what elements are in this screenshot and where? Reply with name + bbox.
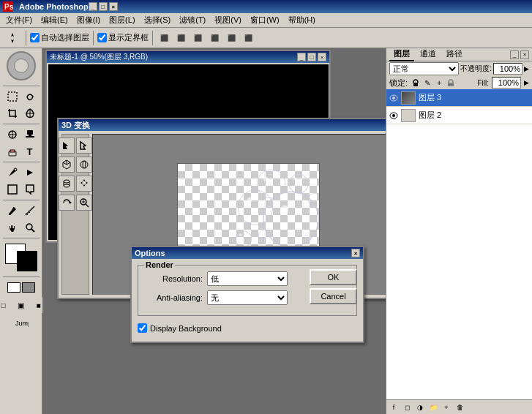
layer-fx-btn[interactable]: f [388,402,400,413]
tab-paths[interactable]: 路径 [442,48,467,61]
align-btn-6[interactable]: ⬛ [241,30,256,46]
svg-point-32 [64,184,70,187]
marquee-tool[interactable] [4,89,20,105]
quick-select-wheel[interactable] [7,51,36,80]
lasso-tool[interactable] [22,89,38,105]
menu-help[interactable]: 帮助(H) [284,13,320,27]
menu-view[interactable]: 视图(V) [210,13,246,27]
jump-to-imageready-btn[interactable]: Jump [4,315,38,331]
align-btn-4[interactable]: ⬛ [207,30,222,46]
3d-pan-tool[interactable] [76,176,92,192]
lock-all-btn[interactable] [446,78,456,88]
menu-select[interactable]: 选择(S) [140,13,176,27]
show-bounds-checkbox[interactable] [97,33,107,42]
svg-point-57 [392,114,395,117]
display-bg-checkbox[interactable] [138,323,147,333]
tool-sep-1 [3,86,40,86]
menu-filter[interactable]: 滤镜(T) [175,13,210,27]
path-select-tool[interactable] [22,165,38,181]
layer-group-btn[interactable]: 📁 [427,402,439,413]
layer-mask-btn[interactable]: ◻ [401,402,413,413]
doc-close-btn[interactable]: × [318,53,326,61]
options-title-bar: Options × [132,247,363,259]
patch-tool[interactable] [22,105,38,121]
lock-transparent-btn[interactable] [411,78,421,88]
options-close-btn[interactable]: × [351,249,360,257]
move-tool-option[interactable] [3,30,22,46]
layer-delete-btn[interactable]: 🗑 [454,402,465,413]
panel-close-btn[interactable]: × [520,50,529,59]
3d-direct-select-tool[interactable] [76,138,92,154]
minimize-button[interactable]: _ [89,2,97,11]
notes-tool[interactable] [22,181,38,197]
layer-adjustment-btn[interactable]: ◑ [414,402,426,413]
quick-mask-btn[interactable] [4,279,38,296]
opacity-input[interactable] [493,63,522,75]
blend-mode-select[interactable]: 正常 [389,62,459,75]
hand-tool[interactable] [4,219,20,236]
eyedropper-tool[interactable] [4,203,20,219]
fill-input[interactable] [492,77,521,89]
maximize-button[interactable]: □ [99,2,108,11]
3d-cube-tool[interactable] [59,157,75,173]
antialiasing-select[interactable]: 无 低 高 [207,290,288,305]
healing-brush-tool[interactable] [4,127,20,143]
resolution-select[interactable]: 低 中 高 [207,271,288,286]
3d-sphere-tool[interactable] [76,157,92,173]
zoom-tool[interactable] [22,219,38,236]
menu-edit[interactable]: 编辑(E) [37,13,72,27]
color-swatch[interactable] [5,244,37,271]
crop-tool[interactable] [4,105,20,121]
doc-minimize-btn[interactable]: _ [297,53,306,61]
svg-point-29 [64,180,70,183]
menu-layer[interactable]: 图层(L) [105,13,139,27]
text-tools: T [4,143,38,159]
doc-maximize-btn[interactable]: □ [307,53,316,61]
opacity-arrow[interactable]: ▶ [524,65,529,72]
fill-arrow[interactable]: ▶ [524,79,529,86]
panel-minimize-btn[interactable]: _ [510,50,519,59]
3d-cylinder-tool[interactable] [59,176,75,192]
tab-channels[interactable]: 通道 [416,48,441,61]
render-group-title: Render [144,260,175,269]
3d-rotate-tool[interactable] [59,195,75,211]
pen-tool[interactable] [4,165,20,181]
auto-select-checkbox[interactable] [30,33,40,42]
3d-select-tool[interactable] [59,138,75,154]
menu-file[interactable]: 文件(F) [1,13,37,27]
screen-mode-btn1[interactable]: □ [0,297,12,313]
auto-select-label[interactable]: 自动选择图层 [30,32,89,43]
layer-item-3[interactable]: 图层 3 [386,89,532,107]
stamp-tool[interactable] [22,127,38,143]
menu-window[interactable]: 窗口(W) [246,13,284,27]
background-color[interactable] [17,251,37,271]
options-ok-button[interactable]: OK [310,269,357,285]
close-button[interactable]: × [109,2,118,11]
tool-sep-6 [3,276,40,277]
app-icon: Ps [3,1,13,12]
options-cancel-button[interactable]: Cancel [310,288,357,304]
layer-new-btn[interactable]: + [441,402,452,413]
text-tool[interactable]: T [22,143,38,159]
eraser-tool[interactable] [4,143,20,159]
layer-visibility-icon-2[interactable] [389,111,398,120]
show-bounds-label[interactable]: 显示定界框 [97,32,149,43]
layer-item-2[interactable]: 图层 2 [386,107,532,124]
shape-tool[interactable] [4,181,20,197]
options-render-section: Render Resolution: 低 中 高 Anti-aliasing: [138,265,357,316]
view-tools-1 [4,203,38,219]
layer-visibility-icon-3[interactable] [389,94,398,102]
align-btn-1[interactable]: ⬛ [157,30,172,46]
measure-tool[interactable] [22,203,38,219]
menu-image[interactable]: 图像(I) [72,13,105,27]
align-btn-5[interactable]: ⬛ [224,30,239,46]
screen-mode-btn2[interactable]: ▣ [13,297,29,313]
align-btn-2[interactable]: ⬛ [173,30,189,46]
lock-pixels-btn[interactable]: ✎ [422,78,432,88]
antialiasing-label: Anti-aliasing: [144,293,203,302]
align-btn-3[interactable]: ⬛ [190,30,206,46]
lock-position-btn[interactable]: + [434,78,444,88]
svg-rect-9 [27,130,33,135]
3d-zoom-tool[interactable] [76,195,92,211]
tab-layers[interactable]: 图层 [389,48,414,61]
